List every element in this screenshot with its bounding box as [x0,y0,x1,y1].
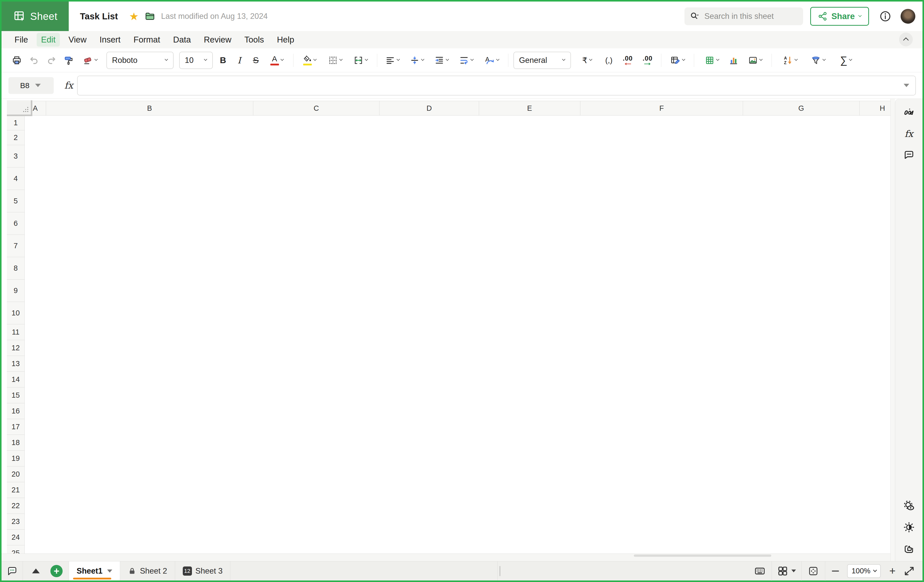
redo-button[interactable] [43,51,60,69]
favorite-star-icon[interactable]: ★ [129,10,139,23]
row-header-21[interactable]: 21 [7,482,25,498]
column-header-G[interactable]: G [743,101,860,115]
column-header-C[interactable]: C [253,101,380,115]
font-family-select[interactable]: Roboto [106,52,173,69]
column-header-D[interactable]: D [380,101,479,115]
row-header-12[interactable]: 12 [7,340,25,356]
row-header-6[interactable]: 6 [7,212,25,235]
borders-button[interactable] [322,51,348,69]
formula-expand-caret-icon[interactable] [904,84,909,87]
column-header-B[interactable]: B [46,101,253,115]
horizontal-scrollbar[interactable] [2,554,890,561]
row-header-5[interactable]: 5 [7,190,25,212]
sheet-tab-sheet1[interactable]: Sheet1 [69,561,120,580]
menu-format[interactable]: Format [129,33,165,46]
font-color-button[interactable]: A [264,51,290,69]
menu-help[interactable]: Help [272,33,299,46]
insert-table-button[interactable] [699,51,725,69]
wrap-text-button[interactable] [454,51,479,69]
vertical-scrollbar[interactable] [890,99,895,561]
row-header-3[interactable]: 3 [7,145,25,167]
row-header-14[interactable]: 14 [7,372,25,387]
bold-button[interactable]: B [215,51,231,69]
fit-to-screen-button[interactable] [804,565,822,577]
menu-review[interactable]: Review [200,33,236,46]
user-avatar[interactable] [901,9,915,24]
comma-format-button[interactable]: (,) [600,51,618,69]
menu-insert[interactable]: Insert [95,33,125,46]
row-headers[interactable]: 1234567891011121314151617181920212223242… [7,116,25,554]
functions-panel-button[interactable]: fx [901,126,917,142]
folder-icon[interactable] [144,11,155,22]
row-header-25[interactable]: 25 [7,546,25,554]
undo-button[interactable] [25,51,43,69]
collapse-toolbar-button[interactable] [899,33,913,46]
column-header-F[interactable]: F [580,101,743,115]
formula-input[interactable] [77,76,916,96]
row-header-18[interactable]: 18 [7,435,25,451]
document-title[interactable]: Task List [80,11,118,21]
format-painter-button[interactable] [60,51,78,69]
add-sheet-button[interactable]: + [50,565,63,577]
zoom-out-button[interactable] [828,570,843,572]
menu-data[interactable]: Data [169,33,195,46]
row-header-2[interactable]: 2 [7,131,25,145]
zoom-level-select[interactable]: 100% [847,564,881,578]
row-header-22[interactable]: 22 [7,498,25,514]
decrease-decimal-button[interactable]: .00 [618,51,638,69]
strikethrough-button[interactable]: S [248,51,264,69]
sheet-tab-caret-icon[interactable] [107,570,112,572]
row-header-7[interactable]: 7 [7,235,25,257]
column-headers[interactable]: ABCDEFGH [7,101,890,116]
row-header-20[interactable]: 20 [7,466,25,482]
sheet-list-button[interactable] [32,569,40,573]
text-rotate-button[interactable]: A [479,51,505,69]
select-all-corner[interactable] [7,100,32,116]
column-header-E[interactable]: E [479,101,580,115]
menu-tools[interactable]: Tools [240,33,268,46]
conditional-format-button[interactable] [665,51,690,69]
sheet-tab-sheet2[interactable]: Sheet 2 [120,561,175,580]
row-header-4[interactable]: 4 [7,167,25,190]
sheet-view-button[interactable] [774,565,799,577]
number-format-select[interactable]: General [513,52,571,69]
grid[interactable]: ABCDEFGH 1234567891011121314151617181920… [2,99,890,561]
fullscreen-button[interactable] [900,565,918,577]
horizontal-align-button[interactable] [381,51,404,69]
row-header-17[interactable]: 17 [7,419,25,435]
menu-view[interactable]: View [64,33,91,46]
currency-button[interactable]: ₹ [574,51,600,69]
zoom-in-button[interactable]: + [885,565,900,577]
search-input[interactable]: Search in this sheet [685,7,803,25]
fill-color-button[interactable] [297,51,322,69]
horizontal-scrollbar-thumb[interactable] [634,554,771,557]
view-settings-button[interactable] [901,498,917,514]
column-header-H[interactable]: H [860,101,890,115]
row-header-23[interactable]: 23 [7,514,25,529]
row-header-24[interactable]: 24 [7,529,25,546]
insert-image-button[interactable] [742,51,768,69]
virtual-keyboard-button[interactable] [751,565,769,577]
print-button[interactable] [8,51,25,69]
row-header-13[interactable]: 13 [7,356,25,372]
sheet-tab-sheet3[interactable]: 12Sheet 3 [175,561,231,580]
cell-reference-box[interactable]: B8 [8,77,54,94]
info-button[interactable] [879,10,891,22]
indent-button[interactable] [430,51,454,69]
row-header-19[interactable]: 19 [7,451,25,466]
clear-format-button[interactable] [78,51,103,69]
row-header-11[interactable]: 11 [7,324,25,340]
menu-edit[interactable]: Edit [37,33,60,46]
comments-panel-button[interactable] [901,147,917,163]
row-header-8[interactable]: 8 [7,257,25,279]
menu-file[interactable]: File [10,33,32,46]
feedback-button[interactable] [901,541,917,557]
increase-decimal-button[interactable]: .00 [638,51,657,69]
insert-chart-button[interactable] [725,51,742,69]
row-header-16[interactable]: 16 [7,403,25,419]
fx-icon[interactable]: fx [60,80,77,91]
share-button[interactable]: Share [810,7,869,26]
row-header-15[interactable]: 15 [7,387,25,403]
zia-assistant-button[interactable] [901,104,917,120]
row-header-9[interactable]: 9 [7,279,25,302]
